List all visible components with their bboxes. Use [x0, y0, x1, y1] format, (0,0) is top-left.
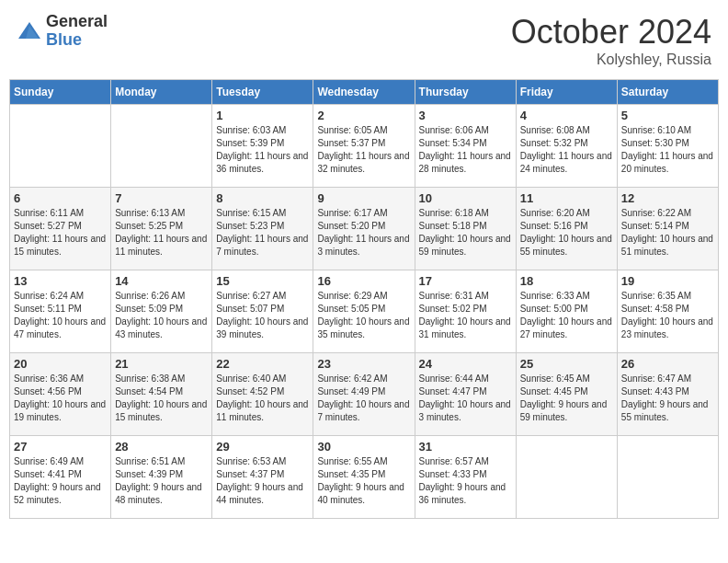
- logo-text: General Blue: [46, 13, 108, 50]
- day-cell: 6Sunrise: 6:11 AM Sunset: 5:27 PM Daylig…: [10, 188, 111, 270]
- logo: General Blue: [17, 13, 108, 50]
- day-cell: 3Sunrise: 6:06 AM Sunset: 5:34 PM Daylig…: [415, 105, 516, 188]
- day-cell: 1Sunrise: 6:03 AM Sunset: 5:39 PM Daylig…: [212, 105, 313, 188]
- day-cell: [10, 105, 111, 188]
- day-cell: 25Sunrise: 6:45 AM Sunset: 4:45 PM Dayli…: [516, 353, 617, 436]
- day-info: Sunrise: 6:33 AM Sunset: 5:00 PM Dayligh…: [520, 290, 613, 341]
- day-info: Sunrise: 6:18 AM Sunset: 5:18 PM Dayligh…: [419, 207, 512, 259]
- day-number: 18: [520, 274, 613, 288]
- header: General Blue October 2024 Kolyshley, Rus…: [9, 9, 719, 72]
- day-cell: 22Sunrise: 6:40 AM Sunset: 4:52 PM Dayli…: [212, 353, 313, 436]
- day-info: Sunrise: 6:29 AM Sunset: 5:05 PM Dayligh…: [317, 290, 410, 341]
- day-cell: 15Sunrise: 6:27 AM Sunset: 5:07 PM Dayli…: [212, 270, 313, 353]
- day-number: 9: [317, 191, 410, 205]
- day-info: Sunrise: 6:51 AM Sunset: 4:39 PM Dayligh…: [115, 455, 208, 507]
- weekday-header-sunday: Sunday: [10, 80, 111, 105]
- day-number: 13: [14, 274, 107, 288]
- day-number: 31: [419, 440, 512, 454]
- week-row-3: 13Sunrise: 6:24 AM Sunset: 5:11 PM Dayli…: [10, 270, 719, 353]
- day-number: 25: [520, 357, 613, 371]
- weekday-header-row: SundayMondayTuesdayWednesdayThursdayFrid…: [10, 80, 719, 105]
- day-info: Sunrise: 6:49 AM Sunset: 4:41 PM Dayligh…: [14, 455, 107, 507]
- day-info: Sunrise: 6:13 AM Sunset: 5:25 PM Dayligh…: [115, 207, 208, 259]
- day-cell: 11Sunrise: 6:20 AM Sunset: 5:16 PM Dayli…: [516, 188, 617, 270]
- day-info: Sunrise: 6:17 AM Sunset: 5:20 PM Dayligh…: [317, 207, 410, 259]
- day-number: 3: [419, 109, 512, 122]
- day-number: 11: [520, 191, 613, 205]
- day-number: 14: [115, 274, 208, 288]
- week-row-4: 20Sunrise: 6:36 AM Sunset: 4:56 PM Dayli…: [10, 353, 719, 436]
- day-info: Sunrise: 6:38 AM Sunset: 4:54 PM Dayligh…: [115, 373, 208, 424]
- day-info: Sunrise: 6:40 AM Sunset: 4:52 PM Dayligh…: [216, 373, 309, 424]
- day-info: Sunrise: 6:24 AM Sunset: 5:11 PM Dayligh…: [14, 290, 107, 341]
- day-cell: 7Sunrise: 6:13 AM Sunset: 5:25 PM Daylig…: [111, 188, 212, 270]
- day-number: 19: [621, 274, 714, 288]
- day-number: 27: [14, 440, 107, 454]
- day-info: Sunrise: 6:45 AM Sunset: 4:45 PM Dayligh…: [520, 373, 613, 424]
- day-info: Sunrise: 6:35 AM Sunset: 4:58 PM Dayligh…: [621, 290, 714, 341]
- day-cell: [516, 436, 617, 519]
- logo-blue-text: Blue: [46, 31, 108, 50]
- day-number: 6: [14, 191, 107, 205]
- week-row-2: 6Sunrise: 6:11 AM Sunset: 5:27 PM Daylig…: [10, 188, 719, 270]
- day-info: Sunrise: 6:20 AM Sunset: 5:16 PM Dayligh…: [520, 207, 613, 259]
- day-cell: 2Sunrise: 6:05 AM Sunset: 5:37 PM Daylig…: [313, 105, 415, 188]
- day-number: 28: [115, 440, 208, 454]
- day-cell: 12Sunrise: 6:22 AM Sunset: 5:14 PM Dayli…: [617, 188, 718, 270]
- day-info: Sunrise: 6:11 AM Sunset: 5:27 PM Dayligh…: [14, 207, 107, 259]
- day-number: 12: [621, 191, 714, 205]
- day-cell: 19Sunrise: 6:35 AM Sunset: 4:58 PM Dayli…: [617, 270, 718, 353]
- day-info: Sunrise: 6:22 AM Sunset: 5:14 PM Dayligh…: [621, 207, 714, 259]
- day-number: 8: [216, 191, 309, 205]
- day-info: Sunrise: 6:15 AM Sunset: 5:23 PM Dayligh…: [216, 207, 309, 259]
- day-cell: 14Sunrise: 6:26 AM Sunset: 5:09 PM Dayli…: [111, 270, 212, 353]
- day-cell: 9Sunrise: 6:17 AM Sunset: 5:20 PM Daylig…: [313, 188, 415, 270]
- weekday-header-monday: Monday: [111, 80, 212, 105]
- day-number: 22: [216, 357, 309, 371]
- day-info: Sunrise: 6:42 AM Sunset: 4:49 PM Dayligh…: [317, 373, 410, 424]
- weekday-header-wednesday: Wednesday: [313, 80, 415, 105]
- day-number: 24: [419, 357, 512, 371]
- day-number: 23: [317, 357, 410, 371]
- day-info: Sunrise: 6:55 AM Sunset: 4:35 PM Dayligh…: [317, 455, 410, 507]
- day-cell: 5Sunrise: 6:10 AM Sunset: 5:30 PM Daylig…: [617, 105, 718, 188]
- day-number: 10: [419, 191, 512, 205]
- day-number: 2: [317, 109, 410, 122]
- day-number: 20: [14, 357, 107, 371]
- day-cell: 8Sunrise: 6:15 AM Sunset: 5:23 PM Daylig…: [212, 188, 313, 270]
- day-cell: 31Sunrise: 6:57 AM Sunset: 4:33 PM Dayli…: [415, 436, 516, 519]
- logo-icon: [17, 18, 42, 44]
- weekday-header-tuesday: Tuesday: [212, 80, 313, 105]
- day-cell: 28Sunrise: 6:51 AM Sunset: 4:39 PM Dayli…: [111, 436, 212, 519]
- day-number: 30: [317, 440, 410, 454]
- day-cell: 26Sunrise: 6:47 AM Sunset: 4:43 PM Dayli…: [617, 353, 718, 436]
- day-cell: [111, 105, 212, 188]
- day-cell: 17Sunrise: 6:31 AM Sunset: 5:02 PM Dayli…: [415, 270, 516, 353]
- week-row-5: 27Sunrise: 6:49 AM Sunset: 4:41 PM Dayli…: [10, 436, 719, 519]
- weekday-header-thursday: Thursday: [415, 80, 516, 105]
- calendar-table: SundayMondayTuesdayWednesdayThursdayFrid…: [9, 79, 719, 519]
- day-info: Sunrise: 6:05 AM Sunset: 5:37 PM Dayligh…: [317, 124, 410, 176]
- day-info: Sunrise: 6:31 AM Sunset: 5:02 PM Dayligh…: [419, 290, 512, 341]
- weekday-header-friday: Friday: [516, 80, 617, 105]
- weekday-header-saturday: Saturday: [617, 80, 718, 105]
- day-info: Sunrise: 6:36 AM Sunset: 4:56 PM Dayligh…: [14, 373, 107, 424]
- logo-general-text: General: [46, 13, 108, 31]
- day-cell: 18Sunrise: 6:33 AM Sunset: 5:00 PM Dayli…: [516, 270, 617, 353]
- day-number: 5: [621, 109, 714, 122]
- day-info: Sunrise: 6:57 AM Sunset: 4:33 PM Dayligh…: [419, 455, 512, 507]
- day-number: 26: [621, 357, 714, 371]
- day-number: 21: [115, 357, 208, 371]
- day-cell: 21Sunrise: 6:38 AM Sunset: 4:54 PM Dayli…: [111, 353, 212, 436]
- day-number: 7: [115, 191, 208, 205]
- day-info: Sunrise: 6:08 AM Sunset: 5:32 PM Dayligh…: [520, 124, 613, 176]
- day-cell: 30Sunrise: 6:55 AM Sunset: 4:35 PM Dayli…: [313, 436, 415, 519]
- day-cell: 16Sunrise: 6:29 AM Sunset: 5:05 PM Dayli…: [313, 270, 415, 353]
- day-cell: 13Sunrise: 6:24 AM Sunset: 5:11 PM Dayli…: [10, 270, 111, 353]
- month-title: October 2024: [511, 13, 711, 52]
- day-cell: 27Sunrise: 6:49 AM Sunset: 4:41 PM Dayli…: [10, 436, 111, 519]
- day-info: Sunrise: 6:53 AM Sunset: 4:37 PM Dayligh…: [216, 455, 309, 507]
- day-info: Sunrise: 6:03 AM Sunset: 5:39 PM Dayligh…: [216, 124, 309, 176]
- day-number: 1: [216, 109, 309, 122]
- day-info: Sunrise: 6:44 AM Sunset: 4:47 PM Dayligh…: [419, 373, 512, 424]
